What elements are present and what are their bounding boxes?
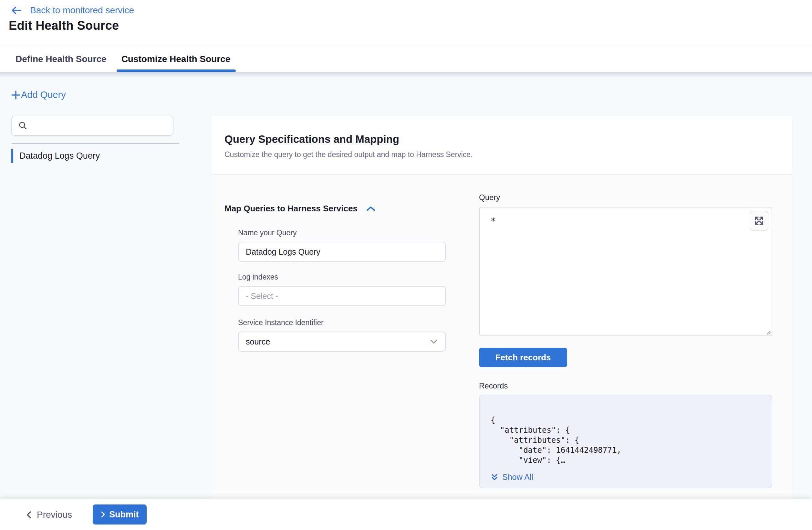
double-chevron-down-icon — [491, 473, 498, 482]
service-instance-select[interactable]: source — [238, 332, 446, 352]
records-panel: { "attributes": { "attributes": { "date"… — [479, 395, 772, 488]
collapse-chevron-up-icon[interactable] — [366, 205, 376, 212]
record-json-line: "attributes": { — [491, 435, 760, 445]
card-body: Map Queries to Harness Services Name you… — [212, 174, 792, 499]
add-query-button[interactable]: Add Query — [11, 89, 66, 100]
show-all-link[interactable]: Show All — [491, 472, 760, 482]
footer-bar: Previous Submit — [0, 499, 812, 530]
record-json-line: "date": 1641442498771, — [491, 445, 760, 455]
record-json-line: "view": {… — [491, 455, 760, 465]
expand-query-button[interactable] — [750, 211, 768, 231]
sidebar-divider — [11, 143, 179, 144]
record-json-line: { — [491, 415, 760, 425]
tab-bar: Define Health Source Customize Health So… — [0, 46, 812, 72]
query-name-input[interactable] — [238, 242, 446, 262]
service-instance-identifier-label: Service Instance Identifier — [238, 318, 464, 327]
active-tab-underline — [117, 70, 236, 72]
page-header: Back to monitored service Edit Health So… — [0, 0, 812, 46]
query-label: Query — [479, 193, 772, 202]
query-records-section: Query * — [479, 193, 772, 488]
back-arrow-icon — [11, 6, 22, 15]
submit-button[interactable]: Submit — [93, 504, 147, 525]
map-queries-section: Map Queries to Harness Services Name you… — [224, 204, 464, 352]
back-link-label: Back to monitored service — [30, 5, 134, 15]
log-indexes-label: Log indexes — [238, 273, 464, 282]
add-query-label: Add Query — [21, 89, 66, 100]
submit-label: Submit — [109, 510, 139, 520]
query-search-box[interactable] — [11, 116, 173, 136]
sidebar-item-datadog-logs-query[interactable]: Datadog Logs Query — [11, 149, 100, 163]
card-title: Query Specifications and Mapping — [224, 133, 779, 145]
textarea-resize-handle[interactable] — [765, 329, 771, 335]
records-label: Records — [479, 381, 772, 390]
card-header: Query Specifications and Mapping Customi… — [212, 116, 792, 174]
query-textarea[interactable]: * — [479, 207, 772, 336]
chevron-right-icon — [100, 511, 105, 518]
service-instance-value: source — [246, 337, 270, 346]
previous-label: Previous — [37, 510, 72, 520]
active-item-indicator — [11, 149, 13, 163]
card-subtitle: Customize the query to get the desired o… — [224, 150, 779, 159]
fetch-records-button[interactable]: Fetch records — [479, 348, 567, 367]
chevron-down-icon — [430, 338, 438, 345]
query-item-label: Datadog Logs Query — [19, 151, 100, 161]
log-indexes-select[interactable] — [238, 286, 446, 306]
chevron-left-icon — [26, 511, 32, 519]
tab-define-health-source[interactable]: Define Health Source — [15, 46, 106, 72]
previous-button[interactable]: Previous — [26, 499, 72, 530]
main-content: Add Query Datadog Logs Query Query Speci… — [0, 72, 812, 499]
search-input[interactable] — [33, 121, 167, 131]
record-json-line: "attributes": { — [491, 425, 760, 435]
query-spec-card: Query Specifications and Mapping Customi… — [212, 116, 792, 499]
map-queries-title: Map Queries to Harness Services — [224, 204, 358, 214]
back-link[interactable]: Back to monitored service — [11, 5, 134, 15]
tab-customize-health-source[interactable]: Customize Health Source — [121, 46, 231, 72]
name-query-label: Name your Query — [238, 228, 464, 237]
show-all-label: Show All — [502, 472, 533, 482]
expand-icon — [753, 215, 765, 227]
plus-icon — [11, 90, 21, 100]
page-title: Edit Health Source — [9, 19, 119, 33]
search-icon — [18, 120, 28, 131]
